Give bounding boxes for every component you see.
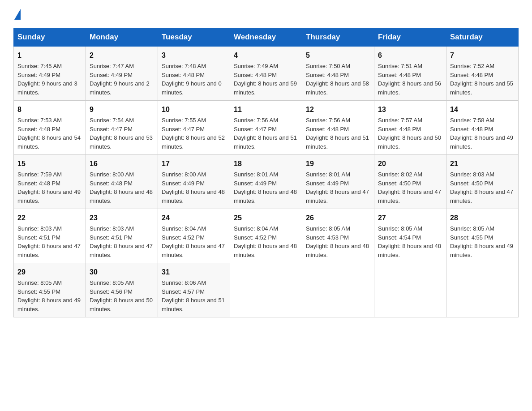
calendar-cell: 18 Sunrise: 8:01 AMSunset: 4:49 PMDaylig… [230, 155, 302, 209]
day-info: Sunrise: 7:59 AMSunset: 4:48 PMDaylight:… [17, 171, 81, 204]
day-number: 11 [234, 104, 298, 115]
day-number: 13 [378, 104, 442, 115]
day-number: 30 [90, 267, 154, 278]
day-info: Sunrise: 7:52 AMSunset: 4:48 PMDaylight:… [450, 63, 513, 96]
calendar-cell: 5 Sunrise: 7:50 AMSunset: 4:48 PMDayligh… [302, 47, 374, 101]
day-info: Sunrise: 7:45 AMSunset: 4:49 PMDaylight:… [17, 63, 77, 96]
calendar-cell: 21 Sunrise: 8:03 AMSunset: 4:50 PMDaylig… [446, 155, 519, 209]
day-info: Sunrise: 8:05 AMSunset: 4:53 PMDaylight:… [306, 225, 369, 258]
day-info: Sunrise: 7:51 AMSunset: 4:48 PMDaylight:… [378, 63, 441, 96]
day-number: 20 [378, 158, 442, 169]
calendar-cell: 1 Sunrise: 7:45 AMSunset: 4:49 PMDayligh… [14, 47, 86, 101]
day-number: 25 [234, 213, 298, 223]
header-saturday: Saturday [446, 28, 519, 47]
calendar-cell: 19 Sunrise: 8:01 AMSunset: 4:49 PMDaylig… [302, 155, 374, 209]
week-row-3: 15 Sunrise: 7:59 AMSunset: 4:48 PMDaylig… [14, 155, 519, 209]
header-thursday: Thursday [302, 28, 374, 47]
logo-triangle-icon [14, 9, 21, 20]
day-info: Sunrise: 8:05 AMSunset: 4:55 PMDaylight:… [17, 279, 81, 313]
day-info: Sunrise: 8:03 AMSunset: 4:50 PMDaylight:… [450, 171, 513, 204]
calendar-cell [302, 263, 374, 317]
calendar-cell: 3 Sunrise: 7:48 AMSunset: 4:48 PMDayligh… [158, 47, 230, 101]
week-row-4: 22 Sunrise: 8:03 AMSunset: 4:51 PMDaylig… [14, 209, 519, 263]
day-number: 6 [378, 50, 442, 61]
calendar-cell: 8 Sunrise: 7:53 AMSunset: 4:48 PMDayligh… [14, 101, 86, 155]
day-number: 26 [306, 213, 370, 223]
day-number: 8 [17, 104, 82, 115]
header-monday: Monday [86, 28, 158, 47]
calendar-cell [374, 263, 446, 317]
day-number: 17 [162, 158, 226, 169]
day-number: 22 [17, 213, 82, 223]
calendar-cell: 22 Sunrise: 8:03 AMSunset: 4:51 PMDaylig… [14, 209, 86, 263]
day-number: 16 [90, 158, 154, 169]
calendar-cell: 13 Sunrise: 7:57 AMSunset: 4:48 PMDaylig… [374, 101, 446, 155]
day-number: 19 [306, 158, 370, 169]
day-number: 21 [450, 158, 515, 169]
calendar-cell: 15 Sunrise: 7:59 AMSunset: 4:48 PMDaylig… [14, 155, 86, 209]
calendar-cell: 16 Sunrise: 8:00 AMSunset: 4:48 PMDaylig… [86, 155, 158, 209]
day-info: Sunrise: 7:53 AMSunset: 4:48 PMDaylight:… [17, 117, 81, 150]
day-number: 4 [234, 50, 298, 61]
calendar-cell: 27 Sunrise: 8:05 AMSunset: 4:54 PMDaylig… [374, 209, 446, 263]
day-info: Sunrise: 7:58 AMSunset: 4:48 PMDaylight:… [450, 117, 513, 150]
calendar-cell: 14 Sunrise: 7:58 AMSunset: 4:48 PMDaylig… [446, 101, 519, 155]
day-info: Sunrise: 7:49 AMSunset: 4:48 PMDaylight:… [234, 63, 297, 96]
day-info: Sunrise: 8:06 AMSunset: 4:57 PMDaylight:… [162, 279, 225, 313]
calendar-cell: 6 Sunrise: 7:51 AMSunset: 4:48 PMDayligh… [374, 47, 446, 101]
day-info: Sunrise: 8:05 AMSunset: 4:56 PMDaylight:… [90, 279, 153, 313]
week-row-1: 1 Sunrise: 7:45 AMSunset: 4:49 PMDayligh… [14, 47, 519, 101]
calendar-cell: 28 Sunrise: 8:05 AMSunset: 4:55 PMDaylig… [446, 209, 519, 263]
day-number: 9 [90, 104, 154, 115]
day-info: Sunrise: 7:48 AMSunset: 4:48 PMDaylight:… [162, 63, 222, 96]
day-info: Sunrise: 7:56 AMSunset: 4:47 PMDaylight:… [234, 117, 297, 150]
calendar-cell: 12 Sunrise: 7:56 AMSunset: 4:48 PMDaylig… [302, 101, 374, 155]
day-info: Sunrise: 8:02 AMSunset: 4:50 PMDaylight:… [378, 171, 441, 204]
calendar-cell: 2 Sunrise: 7:47 AMSunset: 4:49 PMDayligh… [86, 47, 158, 101]
calendar-cell: 20 Sunrise: 8:02 AMSunset: 4:50 PMDaylig… [374, 155, 446, 209]
day-info: Sunrise: 7:54 AMSunset: 4:47 PMDaylight:… [90, 117, 153, 150]
day-number: 28 [450, 213, 515, 223]
day-number: 27 [378, 213, 442, 223]
day-info: Sunrise: 8:01 AMSunset: 4:49 PMDaylight:… [234, 171, 297, 204]
header-wednesday: Wednesday [230, 28, 302, 47]
day-number: 18 [234, 158, 298, 169]
header [13, 9, 519, 20]
day-info: Sunrise: 8:05 AMSunset: 4:55 PMDaylight:… [450, 225, 513, 258]
calendar-cell: 10 Sunrise: 7:55 AMSunset: 4:47 PMDaylig… [158, 101, 230, 155]
day-number: 29 [17, 267, 82, 278]
day-info: Sunrise: 7:50 AMSunset: 4:48 PMDaylight:… [306, 63, 369, 96]
calendar-table: SundayMondayTuesdayWednesdayThursdayFrid… [13, 28, 519, 317]
day-info: Sunrise: 8:05 AMSunset: 4:54 PMDaylight:… [378, 225, 441, 258]
day-number: 24 [162, 213, 226, 223]
day-header-row: SundayMondayTuesdayWednesdayThursdayFrid… [14, 28, 519, 47]
week-row-2: 8 Sunrise: 7:53 AMSunset: 4:48 PMDayligh… [14, 101, 519, 155]
calendar-cell: 9 Sunrise: 7:54 AMSunset: 4:47 PMDayligh… [86, 101, 158, 155]
header-sunday: Sunday [14, 28, 86, 47]
day-number: 14 [450, 104, 515, 115]
week-row-5: 29 Sunrise: 8:05 AMSunset: 4:55 PMDaylig… [14, 263, 519, 317]
calendar-cell: 31 Sunrise: 8:06 AMSunset: 4:57 PMDaylig… [158, 263, 230, 317]
day-info: Sunrise: 7:57 AMSunset: 4:48 PMDaylight:… [378, 117, 441, 150]
calendar-cell [446, 263, 519, 317]
day-number: 1 [17, 50, 82, 61]
calendar-cell: 29 Sunrise: 8:05 AMSunset: 4:55 PMDaylig… [14, 263, 86, 317]
day-info: Sunrise: 7:56 AMSunset: 4:48 PMDaylight:… [306, 117, 369, 150]
calendar-cell: 30 Sunrise: 8:05 AMSunset: 4:56 PMDaylig… [86, 263, 158, 317]
day-number: 23 [90, 213, 154, 223]
day-info: Sunrise: 8:00 AMSunset: 4:48 PMDaylight:… [90, 171, 153, 204]
day-number: 7 [450, 50, 515, 61]
day-info: Sunrise: 8:04 AMSunset: 4:52 PMDaylight:… [162, 225, 225, 258]
day-number: 15 [17, 158, 82, 169]
day-info: Sunrise: 8:03 AMSunset: 4:51 PMDaylight:… [90, 225, 153, 258]
day-info: Sunrise: 8:04 AMSunset: 4:52 PMDaylight:… [234, 225, 297, 258]
calendar-cell: 17 Sunrise: 8:00 AMSunset: 4:49 PMDaylig… [158, 155, 230, 209]
logo [13, 9, 22, 20]
calendar-cell: 24 Sunrise: 8:04 AMSunset: 4:52 PMDaylig… [158, 209, 230, 263]
calendar-cell: 4 Sunrise: 7:49 AMSunset: 4:48 PMDayligh… [230, 47, 302, 101]
day-number: 31 [162, 267, 226, 278]
header-tuesday: Tuesday [158, 28, 230, 47]
calendar-cell: 26 Sunrise: 8:05 AMSunset: 4:53 PMDaylig… [302, 209, 374, 263]
calendar-cell: 25 Sunrise: 8:04 AMSunset: 4:52 PMDaylig… [230, 209, 302, 263]
calendar-cell [230, 263, 302, 317]
